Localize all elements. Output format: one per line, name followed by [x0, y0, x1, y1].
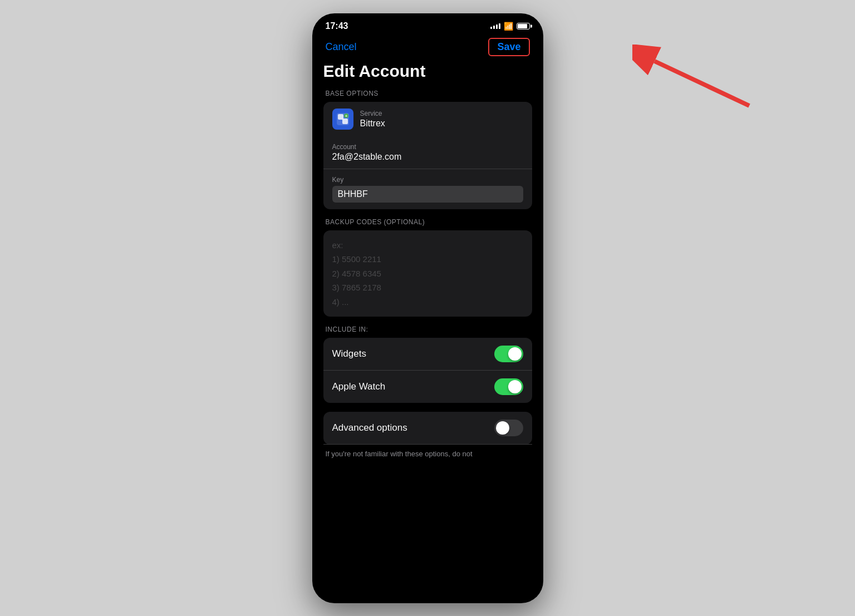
service-value: Bittrex	[360, 119, 385, 129]
base-options-card: + Service Bittrex Account 2fa@2stable.co…	[323, 102, 532, 209]
widgets-row: Widgets	[323, 338, 532, 371]
svg-line-6	[655, 61, 749, 106]
backup-codes-header: BACKUP CODES (OPTIONAL)	[323, 218, 532, 226]
nav-bar: Cancel Save	[312, 36, 543, 62]
arrow-svg	[632, 45, 755, 111]
widgets-toggle-knob	[508, 347, 522, 361]
advanced-options-label: Advanced options	[332, 422, 407, 433]
base-options-header: BASE OPTIONS	[323, 90, 532, 97]
account-row: Account 2fa@2stable.com	[323, 136, 532, 169]
key-row: Key BHHBF	[323, 169, 532, 209]
status-icons: 📶	[490, 22, 530, 31]
widgets-label: Widgets	[332, 348, 366, 359]
content-area: Edit Account BASE OPTIONS + Service B	[312, 62, 543, 596]
advanced-options-row: Advanced options	[323, 412, 532, 445]
svg-text:+: +	[345, 114, 347, 118]
widgets-toggle[interactable]	[494, 346, 523, 362]
advanced-options-knob	[496, 421, 509, 435]
account-label: Account	[332, 143, 523, 151]
apple-watch-row: Apple Watch	[323, 371, 532, 403]
service-info: Service Bittrex	[360, 110, 385, 129]
arrow-annotation	[632, 45, 755, 114]
backup-codes-field[interactable]: ex:1) 5500 22112) 4578 63453) 7865 21784…	[323, 230, 532, 317]
service-icon: +	[332, 109, 353, 130]
key-label: Key	[332, 176, 523, 184]
phone-frame: 17:43 📶 Cancel Save Edit Account BASE OP…	[312, 13, 543, 603]
apple-watch-toggle[interactable]	[494, 378, 523, 395]
status-bar: 17:43 📶	[312, 13, 543, 36]
battery-icon	[517, 23, 530, 29]
apple-watch-label: Apple Watch	[332, 381, 386, 392]
advanced-options-hint: If you're not familiar with these option…	[323, 449, 532, 465]
signal-bars-icon	[490, 23, 500, 29]
advanced-options-toggle[interactable]	[494, 420, 523, 436]
advanced-options-card: Advanced options	[323, 412, 532, 445]
apple-watch-toggle-knob	[508, 380, 522, 393]
wifi-icon: 📶	[504, 22, 513, 31]
backup-codes-placeholder: ex:1) 5500 22112) 4578 63453) 7865 21784…	[332, 238, 523, 309]
bittrex-logo-icon: +	[336, 112, 350, 126]
page-title: Edit Account	[323, 62, 532, 81]
status-time: 17:43	[326, 21, 348, 31]
include-in-card: Widgets Apple Watch	[323, 338, 532, 403]
svg-rect-2	[342, 119, 348, 124]
svg-rect-1	[338, 114, 343, 120]
account-value: 2fa@2stable.com	[332, 152, 523, 162]
cancel-button[interactable]: Cancel	[326, 41, 357, 53]
service-label: Service	[360, 110, 385, 117]
key-value: BHHBF	[338, 189, 368, 199]
battery-fill	[518, 24, 527, 28]
include-in-header: INCLUDE IN:	[323, 326, 532, 333]
save-button[interactable]: Save	[488, 38, 529, 56]
key-input-field[interactable]: BHHBF	[332, 186, 523, 203]
service-row: + Service Bittrex	[323, 102, 532, 136]
